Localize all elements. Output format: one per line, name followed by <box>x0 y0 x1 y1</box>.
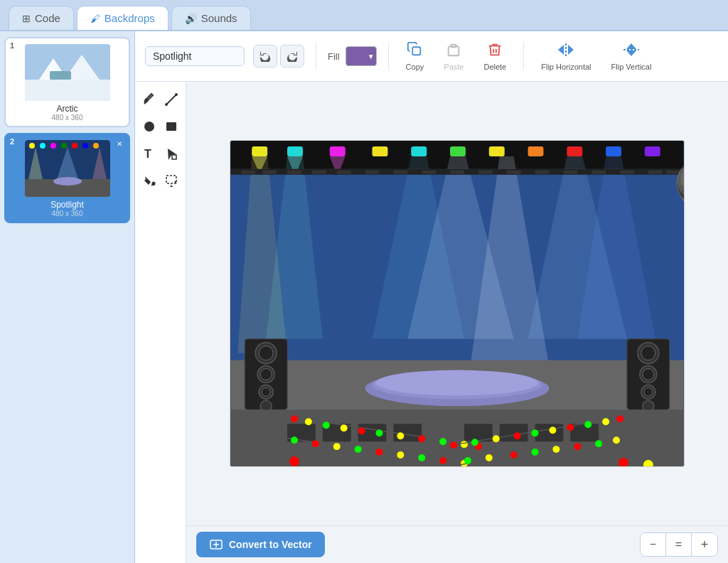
divider-2 <box>388 42 389 70</box>
paste-button[interactable]: Paste <box>438 39 469 74</box>
backdrop-label-spotlight: Spotlight <box>50 200 84 210</box>
svg-point-140 <box>333 443 341 450</box>
svg-point-151 <box>584 421 592 428</box>
zoom-controls: − = + <box>640 532 718 557</box>
paste-label: Paste <box>444 63 464 71</box>
delete-backdrop-btn[interactable]: ✕ <box>113 137 126 150</box>
svg-rect-123 <box>535 424 564 441</box>
svg-rect-51 <box>567 146 582 156</box>
delete-button[interactable]: Delete <box>478 39 512 74</box>
svg-line-27 <box>166 95 176 104</box>
tool-row-4 <box>139 170 181 191</box>
flip-horizontal-button[interactable]: Flip Horizontal <box>535 39 596 74</box>
zoom-out-button[interactable]: − <box>641 533 666 556</box>
zoom-in-button[interactable]: + <box>692 533 717 556</box>
tool-text[interactable]: T <box>139 143 159 164</box>
backdrop-name-input[interactable] <box>145 46 245 66</box>
svg-point-103 <box>260 369 272 380</box>
svg-point-114 <box>644 387 653 396</box>
tab-bar: ⊞ Code 🖌 Backdrops 🔊 Sounds <box>0 0 728 30</box>
fill-arrow-icon: ▼ <box>368 53 375 60</box>
tool-circle[interactable] <box>139 116 159 137</box>
svg-point-139 <box>312 440 319 447</box>
svg-point-153 <box>549 427 556 434</box>
svg-point-10 <box>53 177 82 186</box>
svg-rect-74 <box>563 171 577 174</box>
code-icon: ⊞ <box>22 13 31 24</box>
toolbar: Fill ▼ Copy <box>135 31 728 82</box>
paste-icon <box>446 42 461 61</box>
svg-rect-50 <box>528 146 544 156</box>
canvas-area[interactable] <box>186 82 728 525</box>
delete-icon <box>487 42 503 61</box>
svg-point-147 <box>289 456 299 466</box>
undo-redo-group <box>253 45 304 68</box>
svg-point-167 <box>464 457 471 464</box>
sounds-icon: 🔊 <box>185 13 197 24</box>
undo-button[interactable] <box>253 45 277 68</box>
svg-rect-48 <box>450 146 466 156</box>
svg-rect-4 <box>50 71 71 80</box>
svg-text:T: T <box>144 148 151 160</box>
tool-row-3: T <box>139 143 181 164</box>
svg-rect-47 <box>411 146 427 156</box>
tool-brush[interactable] <box>139 89 159 110</box>
tool-line[interactable] <box>162 89 182 110</box>
svg-rect-71 <box>478 171 493 174</box>
tool-row-2 <box>139 116 181 137</box>
svg-point-133 <box>418 435 425 442</box>
flip-v-label: Flip Vertical <box>611 63 652 71</box>
backdrop-canvas[interactable] <box>230 140 685 467</box>
svg-point-130 <box>358 427 365 434</box>
svg-rect-49 <box>489 146 505 156</box>
backdrops-icon: 🖌 <box>90 13 100 24</box>
copy-button[interactable]: Copy <box>400 38 430 74</box>
svg-rect-77 <box>648 171 663 174</box>
tool-marquee[interactable] <box>162 170 182 191</box>
svg-rect-65 <box>312 171 326 174</box>
canvas-wrapper: Convert to Vector − = + <box>186 82 728 563</box>
flip-h-icon <box>557 42 575 61</box>
svg-point-145 <box>439 457 446 464</box>
flip-v-icon <box>622 42 641 61</box>
divider-1 <box>316 42 316 70</box>
svg-rect-20 <box>449 46 459 55</box>
svg-point-105 <box>262 387 270 396</box>
svg-point-162 <box>574 443 581 450</box>
backdrop-size-spotlight: 480 x 360 <box>52 210 83 218</box>
svg-point-12 <box>40 143 46 149</box>
flip-vertical-button[interactable]: Flip Vertical <box>606 39 658 74</box>
svg-point-131 <box>376 429 383 436</box>
copy-label: Copy <box>406 63 424 71</box>
backdrop-item-spotlight[interactable]: 2 ✕ <box>4 133 130 223</box>
tool-rect[interactable] <box>162 116 182 137</box>
svg-rect-33 <box>172 155 176 159</box>
tool-select[interactable] <box>162 143 182 164</box>
svg-rect-64 <box>287 171 301 174</box>
zoom-out-icon: − <box>650 538 656 551</box>
convert-to-vector-button[interactable]: Convert to Vector <box>196 532 325 557</box>
backdrop-item-arctic[interactable]: 1 Arctic 480 x 360 <box>4 37 130 127</box>
fill-color-picker[interactable]: ▼ <box>346 46 377 66</box>
svg-rect-31 <box>166 122 176 131</box>
svg-point-135 <box>461 441 468 448</box>
copy-icon <box>407 41 422 61</box>
tab-code[interactable]: ⊞ Code <box>9 6 74 30</box>
main-area: 1 Arctic 480 x 360 2 ✕ <box>0 30 728 563</box>
tool-fill[interactable] <box>139 170 159 191</box>
bottom-bar: Convert to Vector − = + <box>186 525 728 563</box>
zoom-reset-button[interactable]: = <box>666 533 692 556</box>
tab-sounds[interactable]: 🔊 Sounds <box>171 6 251 30</box>
svg-rect-18 <box>413 47 421 55</box>
tool-row-1 <box>139 89 181 110</box>
redo-button[interactable] <box>280 45 304 68</box>
svg-marker-23 <box>568 45 574 55</box>
tab-backdrops[interactable]: 🖌 Backdrops <box>77 6 168 30</box>
tools-panel: T <box>135 82 186 563</box>
svg-point-158 <box>450 441 457 449</box>
svg-rect-73 <box>535 171 550 174</box>
svg-point-164 <box>532 449 539 456</box>
svg-rect-69 <box>422 171 436 174</box>
svg-point-17 <box>93 143 99 149</box>
svg-point-152 <box>567 424 574 431</box>
